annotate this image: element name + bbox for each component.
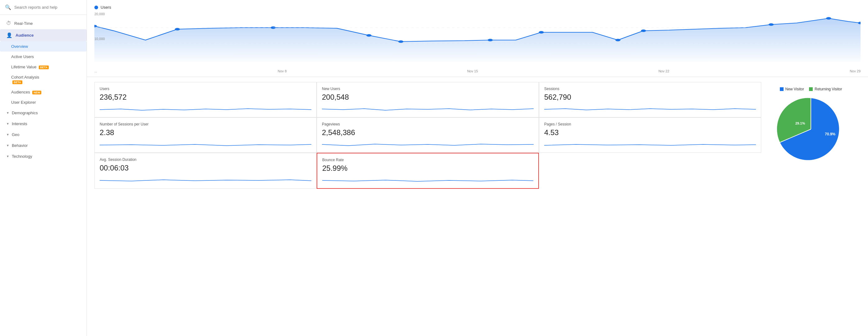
- sidebar-item-geo[interactable]: ▼ Geo: [0, 129, 87, 140]
- metric-card-users: Users 236,572: [94, 82, 317, 117]
- new-visitor-label: New Visitor: [785, 87, 804, 91]
- chart-dot: [826, 17, 831, 20]
- sidebar-item-active-users[interactable]: Active Users: [0, 52, 87, 62]
- sidebar-item-behavior[interactable]: ▼ Behavior: [0, 140, 87, 151]
- metric-value-avg-session-duration: 00:06:03: [100, 164, 311, 172]
- chart-dot: [615, 39, 620, 41]
- chart-wrapper: 20,000 10,000: [94, 12, 861, 68]
- metric-value-new-users: 200,548: [322, 93, 534, 101]
- sidebar-item-lifetime-value[interactable]: Lifetime Value BETA: [0, 62, 87, 72]
- chart-legend: Users: [94, 5, 861, 10]
- metric-value-sessions: 562,790: [544, 93, 756, 101]
- sidebar-item-audiences[interactable]: Audiences NEW: [0, 87, 87, 97]
- technology-chevron: ▼: [6, 155, 9, 158]
- lifetime-value-label: Lifetime Value: [11, 65, 36, 69]
- returning-visitor-pct-label: 29.1%: [795, 121, 805, 125]
- demographics-chevron: ▼: [6, 111, 9, 115]
- lifetime-value-badge: BETA: [39, 65, 49, 69]
- geo-chevron: ▼: [6, 133, 9, 136]
- metrics-section: Users 236,572 New Users 200,548: [87, 77, 868, 194]
- audiences-badge: NEW: [32, 91, 41, 94]
- metric-label-pages-per-session: Pages / Session: [544, 122, 756, 126]
- sparkline-new-users: [322, 103, 534, 113]
- x-label-0: ...: [94, 69, 97, 73]
- behavior-chevron: ▼: [6, 144, 9, 147]
- overview-label: Overview: [11, 44, 28, 49]
- chart-x-labels: ... Nov 8 Nov 15 Nov 22 Nov 29: [94, 68, 861, 77]
- y-label-mid: 10,000: [94, 37, 105, 41]
- sparkline-sessions: [544, 103, 756, 113]
- returning-visitor-dot: [809, 87, 813, 91]
- sidebar-item-interests[interactable]: ▼ Interests: [0, 118, 87, 129]
- metrics-grid: Users 236,572 New Users 200,548: [94, 82, 761, 189]
- metric-value-pages-per-session: 4.53: [544, 128, 756, 137]
- metric-label-sessions-per-user: Number of Sessions per User: [100, 122, 311, 126]
- metric-label-pageviews: Pageviews: [322, 122, 534, 126]
- interests-label: Interests: [12, 121, 27, 126]
- metric-label-users: Users: [100, 87, 311, 91]
- cohort-analysis-badge: BETA: [12, 81, 22, 84]
- audience-icon: 👤: [6, 32, 12, 38]
- audiences-label: Audiences: [11, 90, 30, 94]
- geo-label: Geo: [12, 132, 20, 137]
- demographics-label: Demographics: [12, 111, 38, 115]
- metric-card-avg-session-duration: Avg. Session Duration 00:06:03: [94, 153, 317, 189]
- metric-value-sessions-per-user: 2.38: [100, 128, 311, 137]
- sidebar-item-overview[interactable]: Overview: [0, 41, 87, 52]
- sparkline-pageviews: [322, 139, 534, 148]
- chart-dot: [366, 34, 371, 37]
- sidebar-item-cohort-analysis[interactable]: Cohort Analysis BETA: [0, 72, 87, 87]
- sparkline-pages-per-session: [544, 139, 756, 148]
- x-label-nov8: Nov 8: [278, 69, 287, 73]
- sparkline-users: [100, 103, 311, 113]
- technology-label: Technology: [12, 154, 32, 159]
- search-input[interactable]: [14, 5, 82, 10]
- chart-dot: [641, 30, 646, 32]
- chart-svg: [94, 12, 861, 62]
- metric-value-pageviews: 2,548,386: [322, 128, 534, 137]
- pie-legend: New Visitor Returning Visitor: [780, 87, 842, 91]
- metric-label-sessions: Sessions: [544, 87, 756, 91]
- metric-card-bounce-rate: Bounce Rate 25.99%: [317, 153, 539, 189]
- sparkline-bounce-rate: [322, 175, 533, 184]
- metric-card-pageviews: Pageviews 2,548,386: [317, 117, 539, 153]
- chart-legend-label: Users: [101, 5, 111, 10]
- chart-dot: [769, 23, 774, 26]
- users-legend-dot: [94, 6, 98, 9]
- pie-legend-new-visitor: New Visitor: [780, 87, 804, 91]
- cohort-analysis-label: Cohort Analysis: [11, 75, 39, 80]
- new-visitor-pct-label: 70.9%: [825, 132, 835, 136]
- metric-card-pages-per-session: Pages / Session 4.53: [539, 117, 761, 153]
- sidebar-nav: ⏱ Real-Time 👤 Audience Overview Active U…: [0, 15, 87, 164]
- search-bar[interactable]: 🔍: [0, 0, 87, 15]
- y-label-top: 20,000: [94, 12, 105, 16]
- metric-label-new-users: New Users: [322, 87, 534, 91]
- main-content: Users 20,000 10,000: [87, 0, 868, 336]
- x-label-nov22: Nov 22: [658, 69, 669, 73]
- sidebar-item-demographics[interactable]: ▼ Demographics: [0, 108, 87, 118]
- chart-dot: [488, 39, 493, 41]
- metric-value-bounce-rate: 25.99%: [322, 164, 533, 173]
- chart-y-labels: 20,000 10,000: [94, 12, 105, 68]
- sidebar-item-realtime[interactable]: ⏱ Real-Time: [0, 18, 87, 29]
- pie-legend-returning-visitor: Returning Visitor: [809, 87, 842, 91]
- sidebar-item-user-explorer[interactable]: User Explorer: [0, 97, 87, 108]
- x-label-nov29: Nov 29: [850, 69, 861, 73]
- behavior-label: Behavior: [12, 143, 28, 148]
- sidebar-item-realtime-label: Real-Time: [14, 21, 33, 26]
- sidebar-item-technology[interactable]: ▼ Technology: [0, 151, 87, 162]
- sparkline-sessions-per-user: [100, 139, 311, 148]
- metrics-left: Users 236,572 New Users 200,548: [94, 82, 761, 189]
- metric-card-new-users: New Users 200,548: [317, 82, 539, 117]
- metric-card-sessions: Sessions 562,790: [539, 82, 761, 117]
- sidebar-item-audience[interactable]: 👤 Audience: [0, 29, 87, 41]
- metric-card-sessions-per-user: Number of Sessions per User 2.38: [94, 117, 317, 153]
- new-visitor-dot: [780, 87, 783, 91]
- search-icon: 🔍: [5, 4, 11, 10]
- metric-card-empty: [539, 153, 761, 189]
- chart-dot: [175, 28, 180, 30]
- user-explorer-label: User Explorer: [11, 100, 36, 105]
- sidebar-item-audience-label: Audience: [16, 33, 34, 37]
- pie-svg: 70.9% 29.1%: [777, 95, 845, 163]
- pie-chart: 70.9% 29.1%: [777, 95, 845, 163]
